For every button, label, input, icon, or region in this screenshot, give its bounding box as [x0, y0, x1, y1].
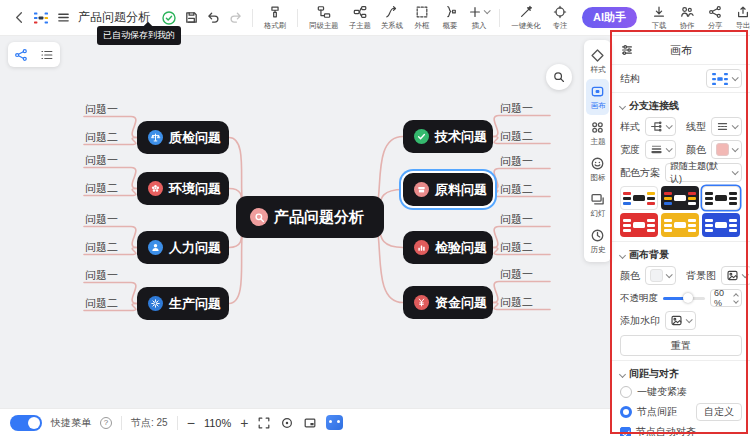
- auto-align-checkbox[interactable]: [620, 427, 631, 436]
- left-topic-2[interactable]: 环境问题: [137, 172, 229, 205]
- subtopic-label[interactable]: 问题一: [85, 211, 118, 227]
- tab-slides[interactable]: 幻灯: [586, 187, 609, 223]
- zoom-level[interactable]: 110%: [204, 417, 231, 429]
- toolbar-item-summary[interactable]: 概要: [436, 5, 464, 31]
- toolbar-item-plus[interactable]: 插入: [464, 5, 493, 31]
- subtopic-label[interactable]: 问题二: [500, 181, 533, 197]
- auto-align-label: 节点自动对齐: [636, 425, 696, 436]
- back-icon[interactable]: [8, 7, 30, 29]
- subtopic-label[interactable]: 问题二: [85, 129, 118, 145]
- tab-history[interactable]: 历史: [586, 223, 609, 259]
- scheme-thumb-3[interactable]: [702, 186, 740, 210]
- scheme-thumb-2[interactable]: [661, 186, 699, 210]
- spacing-section-header[interactable]: 间距与对齐: [620, 367, 742, 381]
- branch-section-header[interactable]: 分支连接线: [620, 99, 742, 113]
- subtopic-label[interactable]: 问题一: [500, 153, 533, 169]
- left-topic-4[interactable]: 生产问题: [137, 287, 229, 320]
- save-icon[interactable]: [180, 7, 202, 29]
- gear-icon: [148, 296, 163, 311]
- zoom-out-button[interactable]: −: [187, 416, 195, 430]
- left-topic-3[interactable]: 人力问题: [137, 231, 229, 264]
- toolbar-item-brush[interactable]: 格式刷: [259, 5, 291, 31]
- background-section-header[interactable]: 画布背景: [620, 248, 742, 262]
- line-style-dropdown[interactable]: [645, 117, 676, 136]
- bg-color-dropdown[interactable]: [645, 266, 676, 285]
- toolbar-item-focus[interactable]: 专注: [546, 5, 574, 31]
- subtopic-label[interactable]: 问题一: [85, 101, 118, 117]
- share-icon: [708, 5, 722, 19]
- undo-icon[interactable]: [202, 7, 224, 29]
- app-logo-icon[interactable]: [30, 7, 52, 29]
- toolbar-item-relation[interactable]: 关系线: [376, 5, 408, 31]
- structure-dropdown[interactable]: [706, 69, 742, 88]
- right-topic-3[interactable]: 检验问题: [403, 231, 493, 264]
- toolbar-item-subtopic[interactable]: 子主题: [344, 5, 376, 31]
- canvas-panel: 画布 结构 分支连接线 样式 线型: [612, 36, 750, 436]
- minimap-icon[interactable]: [303, 416, 317, 430]
- subtopic-label[interactable]: 问题一: [85, 267, 118, 283]
- collapse-panel-icon[interactable]: [620, 43, 634, 57]
- custom-button[interactable]: 自定义: [696, 403, 742, 421]
- subtopic-label[interactable]: 问题二: [85, 180, 118, 196]
- subtopic-label[interactable]: 问题二: [500, 294, 533, 310]
- search-button[interactable]: [546, 64, 572, 90]
- toolbar-item-download[interactable]: 下载: [645, 5, 673, 31]
- zoom-in-button[interactable]: +: [240, 416, 248, 430]
- subtopic-label[interactable]: 问题二: [500, 128, 533, 144]
- subtopic-label[interactable]: 问题一: [500, 266, 533, 282]
- right-topic-1[interactable]: 技术问题: [403, 120, 493, 153]
- scheme-select[interactable]: 跟随主题(默认): [665, 163, 742, 182]
- menu-icon[interactable]: [52, 7, 74, 29]
- fullscreen-icon[interactable]: [257, 416, 271, 430]
- tab-canvas[interactable]: 画布: [586, 79, 609, 115]
- right-topic-2[interactable]: 原料问题: [403, 173, 493, 206]
- line-color-dropdown[interactable]: [711, 140, 742, 159]
- subtopic-label[interactable]: 问题一: [500, 100, 533, 116]
- subtopic-label[interactable]: 问题一: [500, 211, 533, 227]
- ai-robot-icon[interactable]: [326, 415, 343, 430]
- subtopic-label[interactable]: 问题一: [85, 152, 118, 168]
- scheme-thumb-4[interactable]: [620, 213, 658, 237]
- tab-emoji[interactable]: 图标: [586, 151, 609, 187]
- node-spacing-radio[interactable]: [620, 406, 632, 418]
- mindmap-view-icon[interactable]: [14, 48, 28, 62]
- opacity-stepper[interactable]: 60 %: [710, 289, 742, 307]
- watermark-dropdown[interactable]: [665, 311, 696, 330]
- mindmap-canvas[interactable]: 产品问题分析质检问题环境问题人力问题生产问题技术问题原料问题检验问题资金问题问题…: [0, 36, 612, 408]
- redo-icon[interactable]: [224, 7, 246, 29]
- locate-icon[interactable]: [280, 416, 294, 430]
- toolbar-item-frame[interactable]: 外框: [408, 5, 436, 31]
- reset-button[interactable]: 重置: [620, 335, 742, 356]
- line-type-dropdown[interactable]: [711, 117, 742, 136]
- right-topic-4[interactable]: 资金问题: [403, 286, 493, 319]
- toolbar-item-sibling[interactable]: 同级主题: [304, 5, 344, 31]
- quick-menu-toggle[interactable]: [10, 415, 42, 431]
- document-title[interactable]: 产品问题分析: [78, 9, 150, 26]
- line-width-dropdown[interactable]: [645, 140, 676, 159]
- subtopic-label[interactable]: 问题二: [85, 239, 118, 255]
- scheme-thumb-1[interactable]: [620, 186, 658, 210]
- search-icon: [552, 70, 566, 84]
- ai-assistant-button[interactable]: AI助手: [582, 7, 637, 28]
- outline-view-icon[interactable]: [40, 48, 54, 62]
- subtopic-label[interactable]: 问题二: [500, 239, 533, 255]
- toolbar-item-export[interactable]: 导出: [729, 5, 750, 31]
- opacity-slider[interactable]: [663, 297, 705, 300]
- compact-radio[interactable]: [620, 386, 632, 398]
- flower-icon: [148, 181, 163, 196]
- line-style-label: 样式: [620, 120, 640, 134]
- left-topic-1[interactable]: 质检问题: [137, 121, 229, 154]
- central-topic[interactable]: 产品问题分析: [236, 196, 384, 238]
- scheme-thumb-6[interactable]: [702, 213, 740, 237]
- bg-image-dropdown[interactable]: [721, 266, 750, 285]
- toolbar-item-collab[interactable]: 协作: [673, 5, 701, 31]
- tab-theme[interactable]: 主题: [586, 115, 609, 151]
- bg-image-label: 背景图: [686, 269, 716, 283]
- subtopic-label[interactable]: 问题二: [85, 295, 118, 311]
- toolbar-item-wand[interactable]: 一键美化: [506, 5, 546, 31]
- tab-style[interactable]: 样式: [586, 43, 609, 79]
- toolbar-item-share[interactable]: 分享: [701, 5, 729, 31]
- help-icon[interactable]: ?: [100, 417, 112, 429]
- scheme-thumb-5[interactable]: [661, 213, 699, 237]
- slides-tab-icon: [590, 192, 605, 207]
